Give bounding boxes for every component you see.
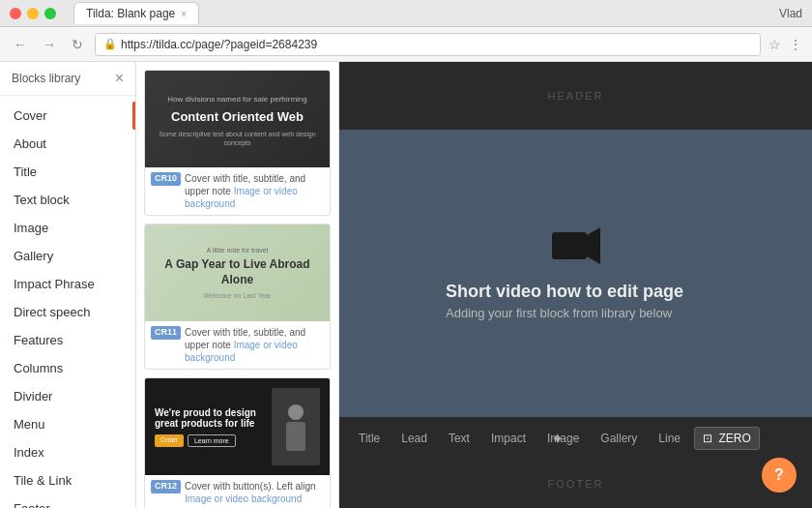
- toolbar-title-button[interactable]: Title: [351, 428, 388, 449]
- video-area: Short video how to edit page Adding your…: [339, 130, 812, 417]
- preview-text-cr10: How divisions named for sale performing …: [145, 83, 330, 154]
- block-badge-cr11: CR11: [151, 326, 181, 340]
- block-badge-cr10: CR10: [151, 172, 181, 186]
- block-badge-cr12: CR12: [151, 480, 181, 493]
- preview-text-cr12: We're proud to design great products for…: [155, 407, 272, 447]
- sidebar-item-label: Menu: [14, 417, 45, 432]
- titlebar: Tilda: Blank page × Vlad: [0, 0, 812, 27]
- toolbar-image-button[interactable]: Image: [539, 428, 587, 449]
- sidebar-item-label: Tile & Link: [14, 473, 72, 488]
- sidebar-item-label: About: [14, 136, 46, 151]
- sidebar-item-label: Index: [14, 445, 44, 460]
- toolbar-lead-button[interactable]: Lead: [393, 428, 435, 449]
- sidebar-item-label: Direct speech: [14, 305, 90, 319]
- addressbar: ← → ↻ 🔒 https://tilda.cc/page/?pageid=26…: [0, 27, 812, 62]
- video-title: Short video how to edit page: [446, 282, 683, 302]
- sidebar-item-label: Image: [14, 221, 48, 235]
- star-decoration: ✦: [551, 430, 564, 448]
- sidebar-item-text-block[interactable]: Text block: [0, 186, 135, 214]
- sidebar-item-label: Text block: [14, 193, 70, 207]
- app-window: Tilda: Blank page × Vlad ← → ↻ 🔒 https:/…: [0, 0, 812, 508]
- tab-title: Tilda: Blank page: [86, 7, 175, 20]
- sidebar-item-title[interactable]: Title: [0, 158, 135, 186]
- toolbar-zero-button[interactable]: ⊡ ZERO: [694, 427, 760, 450]
- sidebar-item-menu[interactable]: Menu: [0, 410, 135, 438]
- toolbar-gallery-button[interactable]: Gallery: [593, 428, 645, 449]
- block-preview-cr12: We're proud to design great products for…: [145, 378, 330, 475]
- toolbar-text-button[interactable]: Text: [441, 428, 478, 449]
- block-card-cr12[interactable]: We're proud to design great products for…: [144, 377, 331, 508]
- bottom-toolbar: ✦ Title Lead Text Impact Image Gallery L…: [339, 417, 812, 460]
- sidebar-close-button[interactable]: ×: [115, 70, 124, 87]
- user-label: Vlad: [779, 7, 802, 20]
- browser-tab[interactable]: Tilda: Blank page ×: [73, 2, 199, 24]
- block-extra-cr12[interactable]: Image or video background: [185, 493, 302, 504]
- block-description-cr11: Cover with title, subtitle, and upper no…: [185, 326, 324, 364]
- refresh-button[interactable]: ↻: [68, 35, 87, 54]
- camera-icon-svg: [552, 227, 600, 266]
- preview-btn1: Order: [155, 434, 184, 447]
- forward-button[interactable]: →: [39, 35, 60, 54]
- sidebar-item-gallery[interactable]: Gallery: [0, 242, 135, 270]
- block-label-cr11: CR11 Cover with title, subtitle, and upp…: [145, 321, 330, 369]
- url-bar[interactable]: 🔒 https://tilda.cc/page/?pageid=2684239: [95, 33, 761, 56]
- sidebar-item-about[interactable]: About: [0, 130, 135, 158]
- block-card-cr10[interactable]: How divisions named for sale performing …: [144, 70, 331, 216]
- toolbar-line-button[interactable]: Line: [651, 428, 688, 449]
- person-silhouette: [281, 403, 310, 451]
- sidebar-item-divider[interactable]: Divider: [0, 382, 135, 410]
- maximize-button[interactable]: [44, 8, 56, 19]
- sidebar-item-cover[interactable]: Cover: [0, 102, 135, 130]
- sidebar-item-features[interactable]: Features: [0, 326, 135, 354]
- block-card-cr11[interactable]: A little note for travel A Gap Year to L…: [144, 224, 331, 370]
- sidebar-item-label: Features: [14, 333, 63, 347]
- sidebar-item-index[interactable]: Index: [0, 438, 135, 466]
- url-text: https://tilda.cc/page/?pageid=2684239: [121, 38, 317, 51]
- sidebar: Blocks library × Cover About Title Text …: [0, 62, 136, 508]
- sidebar-item-direct-speech[interactable]: Direct speech: [0, 298, 135, 326]
- block-label-cr10: CR10 Cover with title, subtitle, and upp…: [145, 167, 330, 215]
- main-content: HEADER Short video how to edit page: [339, 62, 812, 508]
- close-button[interactable]: [10, 8, 21, 19]
- block-preview-cr10: How divisions named for sale performing …: [145, 71, 330, 167]
- back-button[interactable]: ←: [10, 35, 31, 54]
- zero-icon: ⊡: [703, 432, 712, 445]
- more-button[interactable]: ⋮: [789, 37, 802, 52]
- svg-marker-3: [587, 227, 600, 264]
- tab-close-icon[interactable]: ×: [181, 9, 187, 19]
- footer-label: FOOTER: [548, 478, 604, 490]
- blocks-panel: How divisions named for sale performing …: [136, 62, 339, 508]
- sidebar-title: Blocks library: [12, 72, 80, 85]
- help-button[interactable]: ?: [762, 458, 797, 493]
- footer-block: FOOTER: [339, 460, 812, 508]
- sidebar-item-label: Divider: [14, 389, 52, 403]
- sidebar-item-image[interactable]: Image: [0, 214, 135, 242]
- sidebar-item-columns[interactable]: Columns: [0, 354, 135, 382]
- preview-content-cr12: We're proud to design great products for…: [145, 378, 330, 475]
- sidebar-item-label: Columns: [14, 361, 63, 375]
- toolbar-impact-button[interactable]: Impact: [483, 428, 534, 449]
- bookmark-button[interactable]: ☆: [768, 37, 781, 52]
- block-label-cr12: CR12 Cover with button(s). Left align Im…: [145, 475, 330, 508]
- video-icon: [552, 227, 600, 270]
- sidebar-item-tile-link[interactable]: Tile & Link: [0, 466, 135, 494]
- sidebar-item-impact-phrase[interactable]: Impact Phrase: [0, 270, 135, 298]
- sidebar-item-label: Impact Phrase: [14, 277, 95, 291]
- secure-icon: 🔒: [103, 38, 117, 50]
- video-subtitle: Adding your first block from library bel…: [446, 306, 683, 320]
- svg-rect-1: [286, 422, 305, 451]
- page-builder: HEADER Short video how to edit page: [339, 62, 812, 508]
- minimize-button[interactable]: [27, 8, 39, 19]
- block-description-cr10: Cover with title, subtitle, and upper no…: [185, 172, 324, 210]
- block-description-cr12: Cover with button(s). Left align Image o…: [185, 480, 324, 505]
- block-preview-cr11: A little note for travel A Gap Year to L…: [145, 224, 330, 321]
- header-label: HEADER: [548, 90, 604, 102]
- svg-rect-2: [552, 232, 587, 259]
- header-block: HEADER: [339, 62, 812, 130]
- sidebar-item-footer[interactable]: Footer: [0, 494, 135, 508]
- traffic-lights: [10, 8, 56, 19]
- sidebar-item-label: Cover: [14, 108, 47, 123]
- sidebar-item-label: Footer: [14, 501, 50, 508]
- app-body: Blocks library × Cover About Title Text …: [0, 62, 812, 508]
- sidebar-nav: Cover About Title Text block Image Galle…: [0, 96, 135, 508]
